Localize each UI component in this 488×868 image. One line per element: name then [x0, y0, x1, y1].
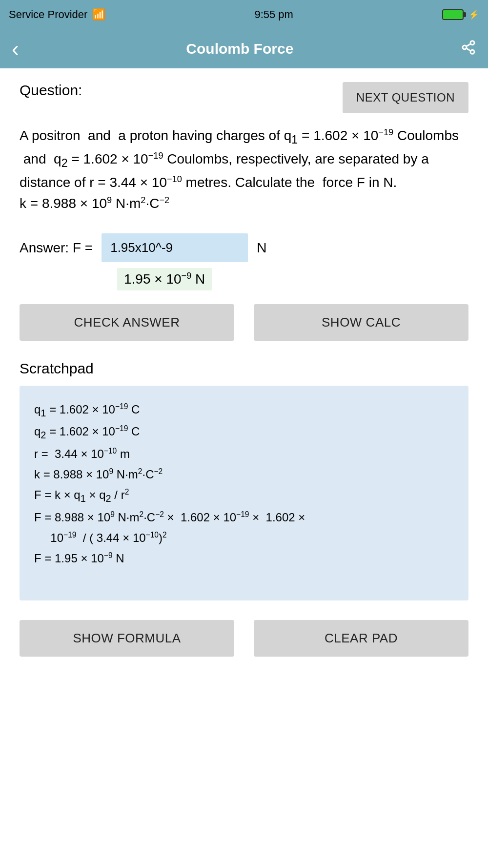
provider-name: Service Provider: [9, 8, 87, 21]
nav-bar: ‹ Coulomb Force: [0, 29, 488, 68]
scratchpad-line-7: F = 1.95 × 10−9 N: [34, 548, 454, 569]
status-right: ⚡: [442, 9, 479, 20]
scratchpad-line-5: F = k × q1 × q2 / r2: [34, 485, 454, 507]
scratchpad-line-1: q1 = 1.602 × 10−19 C: [34, 399, 454, 422]
show-formula-button[interactable]: SHOW FORMULA: [20, 620, 234, 657]
back-button[interactable]: ‹: [12, 38, 19, 60]
scratchpad-line-3: r = 3.44 × 10−10 m: [34, 444, 454, 464]
question-text: A positron and a proton having charges o…: [20, 125, 468, 214]
question-header: Question: NEXT QUESTION: [20, 82, 468, 113]
question-label: Question:: [20, 82, 82, 99]
svg-line-4: [466, 43, 470, 46]
show-calc-button[interactable]: SHOW CALC: [254, 304, 468, 341]
scratchpad-label: Scratchpad: [20, 360, 468, 377]
answer-row: Answer: F = N: [20, 233, 468, 262]
answer-input[interactable]: [102, 233, 248, 262]
wifi-icon: 📶: [92, 8, 105, 21]
main-content: Question: NEXT QUESTION A positron and a…: [0, 68, 488, 676]
scratchpad-line-6: F = 8.988 × 109 N·m2·C−2 × 1.602 × 10−19…: [34, 507, 454, 548]
svg-line-3: [466, 48, 470, 51]
status-bar: Service Provider 📶 9:55 pm ⚡: [0, 0, 488, 29]
status-left: Service Provider 📶: [9, 8, 105, 21]
answer-unit: N: [257, 240, 266, 256]
charging-icon: ⚡: [468, 9, 479, 20]
answer-label: Answer: F =: [20, 240, 93, 256]
status-time: 9:55 pm: [254, 8, 293, 21]
next-question-button[interactable]: NEXT QUESTION: [343, 82, 468, 113]
scratchpad-box: q1 = 1.602 × 10−19 C q2 = 1.602 × 10−19 …: [20, 386, 468, 600]
clear-pad-button[interactable]: CLEAR PAD: [254, 620, 468, 657]
bottom-buttons: SHOW FORMULA CLEAR PAD: [20, 620, 468, 657]
check-answer-button[interactable]: CHECK ANSWER: [20, 304, 234, 341]
formatted-answer: 1.95 × 10−9 N: [117, 268, 212, 290]
scratchpad-line-4: k = 8.988 × 109 N·m2·C−2: [34, 464, 454, 485]
battery-icon: [442, 9, 464, 20]
share-button[interactable]: [461, 40, 476, 59]
nav-title: Coulomb Force: [186, 41, 293, 57]
scratchpad-line-2: q2 = 1.602 × 10−19 C: [34, 421, 454, 444]
action-buttons: CHECK ANSWER SHOW CALC: [20, 304, 468, 341]
